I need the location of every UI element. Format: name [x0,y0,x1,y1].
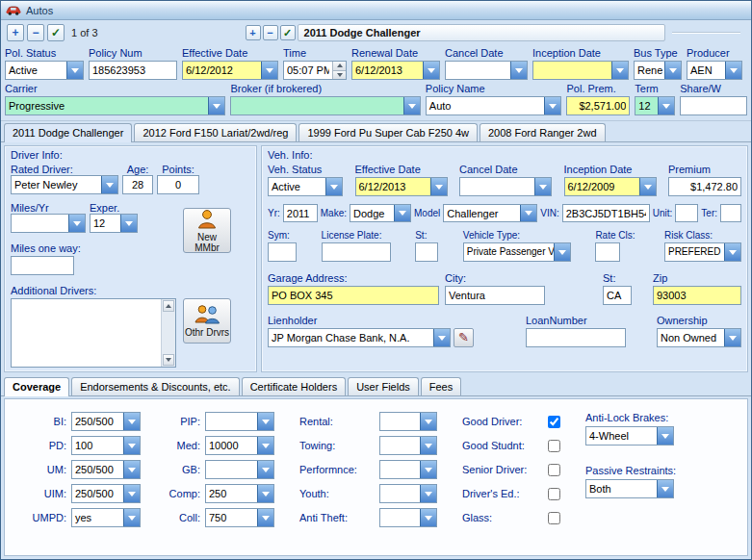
exper-select[interactable]: 12 [90,214,138,233]
make-select[interactable]: Dodge [350,204,411,222]
dropdown-arrow-icon[interactable] [554,243,570,261]
dropdown-arrow-icon[interactable] [639,178,656,195]
comp-select[interactable]: 250 [205,484,274,503]
dropdown-arrow-icon[interactable] [257,509,273,526]
producer-select[interactable]: AEN [687,61,742,80]
uim-select[interactable]: 250/500 [71,484,141,503]
dropdown-arrow-icon[interactable] [534,178,551,195]
tab-user-fields[interactable]: User Fields [348,377,419,395]
anti-theft-select[interactable] [379,508,437,527]
carrier-select[interactable]: Progressive [5,96,225,115]
dropdown-arrow-icon[interactable] [257,413,273,430]
dropdown-arrow-icon[interactable] [420,509,436,526]
dropdown-arrow-icon[interactable] [544,97,560,115]
renewal-date-select[interactable]: 6/12/2013 [351,61,440,80]
dropdown-arrow-icon[interactable] [420,437,436,454]
rate-cls-input[interactable] [595,242,620,262]
listbox-scrollbar[interactable] [161,299,175,367]
dropdown-arrow-icon[interactable] [611,62,628,79]
license-plate-input[interactable] [322,242,391,262]
med-select[interactable]: 10000 [205,436,274,455]
tab-vehicle-3[interactable]: 1999 Ford Pu Super Cab F250 4w [298,123,478,141]
miles-yr-select[interactable] [11,214,86,233]
policy-num-input[interactable] [89,61,177,80]
tab-fees[interactable]: Fees [421,377,461,395]
vehicle-type-select[interactable]: Private Passenger Veh [463,242,571,262]
passive-restraints-select[interactable]: Both [585,479,674,498]
umpd-select[interactable]: yes [71,508,141,527]
delete-record-button[interactable]: − [27,24,44,41]
additional-drivers-listbox[interactable] [11,298,176,368]
youth-select[interactable] [379,484,437,503]
spin-down-icon[interactable] [333,70,346,80]
sym-input[interactable] [268,242,297,262]
time-input[interactable] [284,62,332,79]
coll-select[interactable]: 750 [205,508,274,527]
dropdown-arrow-icon[interactable] [123,485,140,502]
model-select[interactable]: Challenger [443,204,537,222]
risk-class-select[interactable]: PREFERED [664,242,741,262]
tab-endorsements[interactable]: Endorsements & Discounts, etc. [71,377,240,395]
dropdown-arrow-icon[interactable] [66,62,83,79]
dropdown-arrow-icon[interactable] [101,176,117,193]
new-member-button[interactable]: New MMbr [183,208,231,253]
dropdown-arrow-icon[interactable] [123,413,140,430]
dropdown-arrow-icon[interactable] [430,178,447,195]
veh-inception-date-select[interactable]: 6/12/2009 [564,177,657,196]
yr-input[interactable] [283,204,318,222]
dropdown-arrow-icon[interactable] [403,97,420,115]
dropdown-arrow-icon[interactable] [257,461,273,478]
dropdown-arrow-icon[interactable] [257,437,273,454]
unit-input[interactable] [675,204,698,222]
inception-date-select[interactable] [532,61,629,80]
dropdown-arrow-icon[interactable] [68,215,85,232]
delete-vehicle-button[interactable]: − [263,25,278,40]
glass-checkbox[interactable] [548,512,560,524]
gb-select[interactable] [205,460,274,479]
dropdown-arrow-icon[interactable] [420,461,436,478]
premium-input[interactable] [668,177,741,196]
other-drivers-button[interactable]: Othr Drvrs [183,298,231,344]
cancel-date-select[interactable] [445,61,528,80]
points-input[interactable] [157,175,199,194]
tab-vehicle-2[interactable]: 2012 Ford F150 Lariat/2wd/reg [134,123,297,141]
ownership-select[interactable]: Non Owned [657,328,741,347]
tab-vehicle-4[interactable]: 2008 Ford Ranger 2wd [480,123,606,141]
dropdown-arrow-icon[interactable] [120,215,137,232]
confirm-vehicle-button[interactable]: ✓ [280,25,296,40]
pol-status-select[interactable]: Active [5,61,84,80]
age-input[interactable] [122,175,153,194]
ter-input[interactable] [720,204,741,222]
time-spinner[interactable] [283,61,347,80]
lienholder-select[interactable]: JP Morgan Chase Bank, N.A. [268,328,451,347]
share-input[interactable] [680,96,747,115]
good-studnt-checkbox[interactable] [548,440,560,452]
dropdown-arrow-icon[interactable] [257,485,273,502]
scroll-up-icon[interactable] [163,300,174,312]
rated-driver-select[interactable]: Peter Newley [11,175,118,194]
vin-input[interactable] [562,204,650,222]
broker-select[interactable] [230,96,420,115]
senior-driver-checkbox[interactable] [548,464,560,476]
dropdown-arrow-icon[interactable] [657,427,673,445]
add-record-button[interactable]: + [7,24,24,41]
bi-select[interactable]: 250/500 [71,412,141,431]
garage-address-input[interactable] [268,286,439,305]
dropdown-arrow-icon[interactable] [433,329,450,346]
dropdown-arrow-icon[interactable] [208,97,224,115]
dropdown-arrow-icon[interactable] [658,97,674,115]
dropdown-arrow-icon[interactable] [657,480,673,497]
dropdown-arrow-icon[interactable] [724,329,740,346]
dropdown-arrow-icon[interactable] [123,437,140,454]
dropdown-arrow-icon[interactable] [394,205,410,221]
policy-name-select[interactable]: Auto [426,96,562,115]
drivers-ed-checkbox[interactable] [548,488,560,500]
confirm-record-button[interactable]: ✓ [47,24,65,41]
good-driver-checkbox[interactable] [548,416,560,428]
pol-prem-input[interactable] [566,96,630,115]
tab-coverage[interactable]: Coverage [4,377,69,396]
loan-number-input[interactable] [526,328,626,347]
zip-input[interactable] [653,286,741,305]
dropdown-arrow-icon[interactable] [510,62,527,79]
dropdown-arrow-icon[interactable] [725,62,741,79]
